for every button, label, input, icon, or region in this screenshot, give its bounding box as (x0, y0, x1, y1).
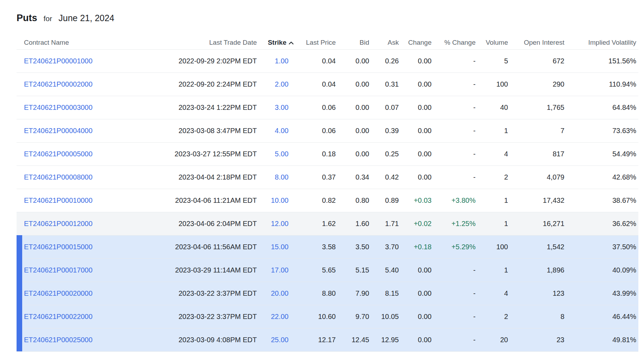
cell-open_interest: 8 (508, 313, 564, 321)
cell-change: 0.00 (399, 80, 432, 88)
strike-link[interactable]: 10.00 (257, 196, 294, 205)
strike-link[interactable]: 1.00 (257, 57, 294, 65)
cell-last_price: 8.80 (294, 289, 336, 298)
cell-open_interest: 4,079 (508, 173, 564, 181)
contract-name-link[interactable]: ET240621P00004000 (17, 127, 122, 135)
cell-bid: 3.50 (336, 243, 369, 251)
cell-percent_change: - (432, 150, 476, 158)
strike-link[interactable]: 15.00 (257, 243, 294, 251)
contract-name-link[interactable]: ET240621P00010000 (17, 196, 122, 205)
strike-link[interactable]: 8.00 (257, 173, 294, 181)
strike-link[interactable]: 25.00 (257, 336, 294, 344)
contract-name-link[interactable]: ET240621P00022000 (17, 313, 122, 321)
strike-link[interactable]: 12.00 (257, 220, 294, 228)
cell-open_interest: 23 (508, 336, 564, 344)
cell-percent_change: - (432, 313, 476, 321)
cell-last_trade_date: 2023-03-29 11:14AM EDT (122, 266, 257, 274)
cell-implied_volatility: 110.94% (564, 80, 636, 88)
cell-change: 0.00 (399, 266, 432, 274)
cell-open_interest: 7 (508, 127, 564, 135)
cell-implied_volatility: 46.44% (564, 313, 636, 321)
contract-name-link[interactable]: ET240621P00017000 (17, 266, 122, 274)
cell-change: 0.00 (399, 57, 432, 65)
cell-change: +0.18 (399, 243, 432, 251)
title-connector: for (44, 14, 52, 23)
column-header-implied_volatility[interactable]: Implied Volatility (564, 39, 636, 46)
cell-last_trade_date: 2023-03-27 12:55PM EDT (122, 150, 257, 158)
option-row: ET240621P000050002023-03-27 12:55PM EDT5… (17, 143, 638, 166)
cell-ask: 0.25 (369, 150, 399, 158)
cell-percent_change: - (432, 289, 476, 298)
contract-name-link[interactable]: ET240621P00025000 (17, 336, 122, 344)
cell-percent_change: - (432, 104, 476, 112)
cell-implied_volatility: 64.84% (564, 104, 636, 112)
cell-percent_change: - (432, 127, 476, 135)
column-header-last_trade_date[interactable]: Last Trade Date (122, 39, 257, 46)
cell-change: 0.00 (399, 289, 432, 298)
contract-name-link[interactable]: ET240621P00002000 (17, 80, 122, 88)
column-header-volume[interactable]: Volume (476, 39, 508, 46)
strike-link[interactable]: 2.00 (257, 80, 294, 88)
column-header-percent_change[interactable]: % Change (432, 39, 476, 46)
cell-bid: 7.90 (336, 289, 369, 298)
cell-last_price: 0.82 (294, 196, 336, 205)
cell-implied_volatility: 42.68% (564, 173, 636, 181)
cell-implied_volatility: 151.56% (564, 57, 636, 65)
cell-last_trade_date: 2023-03-08 3:47PM EDT (122, 127, 257, 135)
cell-volume: 1 (476, 196, 508, 205)
contract-name-link[interactable]: ET240621P00008000 (17, 173, 122, 181)
cell-bid: 0.00 (336, 57, 369, 65)
column-header-ask[interactable]: Ask (369, 39, 399, 46)
strike-link[interactable]: 4.00 (257, 127, 294, 135)
cell-bid: 0.00 (336, 127, 369, 135)
strike-link[interactable]: 22.00 (257, 313, 294, 321)
cell-implied_volatility: 43.99% (564, 289, 636, 298)
in-the-money-indicator-bar (17, 328, 22, 351)
column-header-last_price[interactable]: Last Price (294, 39, 336, 46)
cell-percent_change: - (432, 266, 476, 274)
in-the-money-indicator-bar (17, 235, 22, 258)
cell-open_interest: 290 (508, 80, 564, 88)
cell-last_price: 0.18 (294, 150, 336, 158)
column-header-open_interest[interactable]: Open Interest (508, 39, 564, 46)
column-header-strike[interactable]: Strike (257, 39, 294, 46)
cell-volume: 40 (476, 104, 508, 112)
cell-ask: 0.42 (369, 173, 399, 181)
cell-last_trade_date: 2023-04-06 11:56AM EDT (122, 243, 257, 251)
column-header-bid[interactable]: Bid (336, 39, 369, 46)
cell-last_price: 10.60 (294, 313, 336, 321)
options-section-title: Puts for June 21, 2024 (17, 13, 644, 24)
sort-ascending-caret-icon (289, 41, 294, 45)
option-row: ET240621P000150002023-04-06 11:56AM EDT1… (17, 236, 638, 259)
contract-name-link[interactable]: ET240621P00005000 (17, 150, 122, 158)
option-row: ET240621P000080002023-04-04 2:18PM EDT8.… (17, 166, 638, 189)
contract-name-link[interactable]: ET240621P00015000 (17, 243, 122, 251)
cell-bid: 0.00 (336, 150, 369, 158)
cell-change: 0.00 (399, 313, 432, 321)
column-header-contract[interactable]: Contract Name (17, 39, 122, 46)
cell-ask: 1.71 (369, 220, 399, 228)
strike-link[interactable]: 5.00 (257, 150, 294, 158)
cell-open_interest: 123 (508, 289, 564, 298)
contract-name-link[interactable]: ET240621P00003000 (17, 104, 122, 112)
strike-link[interactable]: 17.00 (257, 266, 294, 274)
option-row: ET240621P000120002023-04-06 2:04PM EDT12… (17, 212, 638, 236)
option-row: ET240621P000170002023-03-29 11:14AM EDT1… (17, 259, 638, 282)
contract-name-link[interactable]: ET240621P00020000 (17, 289, 122, 298)
strike-link[interactable]: 20.00 (257, 289, 294, 298)
cell-last_price: 0.04 (294, 80, 336, 88)
cell-ask: 5.40 (369, 266, 399, 274)
contract-name-link[interactable]: ET240621P00012000 (17, 220, 122, 228)
cell-implied_volatility: 38.67% (564, 196, 636, 205)
column-header-change[interactable]: Change (399, 39, 432, 46)
contract-name-link[interactable]: ET240621P00001000 (17, 57, 122, 65)
cell-last_trade_date: 2023-03-22 3:37PM EDT (122, 289, 257, 298)
cell-last_price: 0.06 (294, 104, 336, 112)
cell-last_price: 12.17 (294, 336, 336, 344)
cell-bid: 12.45 (336, 336, 369, 344)
cell-implied_volatility: 37.50% (564, 243, 636, 251)
cell-percent_change: - (432, 336, 476, 344)
cell-volume: 4 (476, 289, 508, 298)
cell-percent_change: - (432, 173, 476, 181)
strike-link[interactable]: 3.00 (257, 104, 294, 112)
